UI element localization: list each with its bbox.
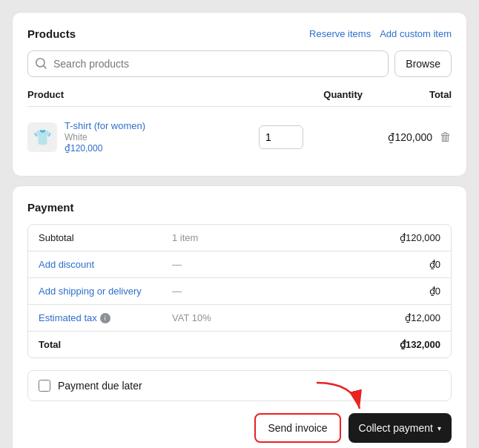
total-cell: ₫120,000 🗑 xyxy=(363,131,452,144)
delete-icon[interactable]: 🗑 xyxy=(440,131,452,144)
actions-row: Send invoice Collect payment ▾ xyxy=(27,413,452,443)
send-invoice-button[interactable]: Send invoice xyxy=(254,413,340,443)
payment-section-header: Payment xyxy=(27,201,452,214)
product-image: 👕 xyxy=(27,122,57,152)
header-links: Reserve items Add custom item xyxy=(309,28,452,39)
search-icon xyxy=(36,58,47,70)
shipping-row: Add shipping or delivery — ₫0 xyxy=(28,278,451,305)
collect-payment-button[interactable]: Collect payment ▾ xyxy=(348,413,452,443)
chevron-down-icon: ▾ xyxy=(437,424,441,432)
discount-row: Add discount — ₫0 xyxy=(28,251,451,278)
product-name[interactable]: T-shirt (for women) xyxy=(65,120,145,131)
col-quantity-header: Quantity xyxy=(259,89,363,100)
add-custom-item-link[interactable]: Add custom item xyxy=(380,28,452,39)
tax-amount: ₫12,000 xyxy=(405,312,440,323)
products-card: Products Reserve items Add custom item B… xyxy=(12,12,467,177)
product-variant: White xyxy=(65,132,145,142)
product-row: 👕 T-shirt (for women) White ₫120,000 ₫12… xyxy=(27,113,452,161)
discount-amount: ₫0 xyxy=(429,259,440,270)
payment-card: Payment Subtotal 1 item ₫120,000 Add dis… xyxy=(12,185,467,448)
payment-rows: Subtotal 1 item ₫120,000 Add discount — … xyxy=(27,224,452,358)
add-discount-link[interactable]: Add discount xyxy=(39,259,172,270)
browse-button[interactable]: Browse xyxy=(394,50,452,77)
payment-title: Payment xyxy=(27,201,74,214)
total-amount: ₫132,000 xyxy=(400,339,440,350)
subtotal-row: Subtotal 1 item ₫120,000 xyxy=(28,225,451,251)
product-info: 👕 T-shirt (for women) White ₫120,000 xyxy=(27,120,259,154)
payment-due-later-label: Payment due later xyxy=(58,380,142,392)
products-title: Products xyxy=(27,27,76,40)
tax-row: Estimated tax i VAT 10% ₫12,000 xyxy=(28,305,451,332)
tax-info-icon[interactable]: i xyxy=(100,313,110,323)
product-unit-price: ₫120,000 xyxy=(65,143,145,154)
col-total-header: Total xyxy=(363,89,452,100)
search-input[interactable] xyxy=(53,58,380,70)
shipping-amount: ₫0 xyxy=(429,286,440,297)
quantity-input[interactable] xyxy=(259,125,303,149)
line-total: ₫120,000 xyxy=(388,131,432,143)
quantity-cell xyxy=(259,125,363,149)
discount-meta: — xyxy=(172,259,429,270)
subtotal-amount: ₫120,000 xyxy=(400,232,440,243)
tax-label-wrapper: Estimated tax i xyxy=(39,312,172,323)
total-row: Total ₫132,000 xyxy=(28,332,451,358)
products-section-header: Products Reserve items Add custom item xyxy=(27,27,452,40)
total-label: Total xyxy=(39,339,172,350)
collect-payment-label: Collect payment xyxy=(359,422,433,434)
shipping-meta: — xyxy=(172,286,429,297)
payment-due-later-checkbox[interactable] xyxy=(39,380,50,392)
payment-due-row: Payment due later xyxy=(27,370,452,401)
subtotal-label: Subtotal xyxy=(39,232,172,243)
subtotal-meta: 1 item xyxy=(172,232,400,243)
add-shipping-link[interactable]: Add shipping or delivery xyxy=(39,286,172,297)
product-details: T-shirt (for women) White ₫120,000 xyxy=(65,120,145,154)
search-input-wrapper xyxy=(27,50,389,77)
tax-meta: VAT 10% xyxy=(172,312,405,323)
page-container: Products Reserve items Add custom item B… xyxy=(12,12,467,448)
search-row: Browse xyxy=(27,50,452,77)
estimated-tax-label[interactable]: Estimated tax xyxy=(39,312,97,323)
table-header: Product Quantity Total xyxy=(27,89,452,107)
col-product-header: Product xyxy=(27,89,259,100)
reserve-items-link[interactable]: Reserve items xyxy=(309,28,371,39)
